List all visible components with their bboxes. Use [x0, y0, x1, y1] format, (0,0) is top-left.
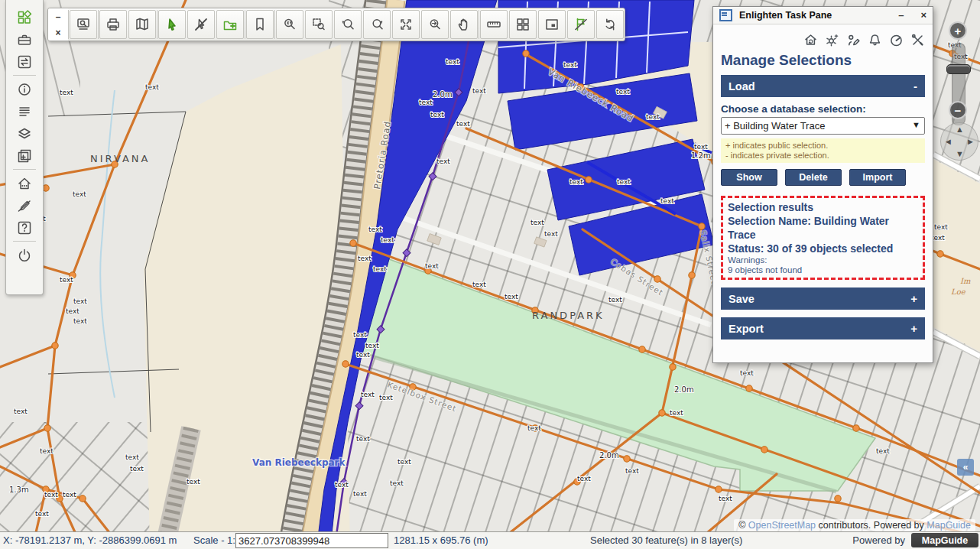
- print-button[interactable]: [99, 10, 127, 39]
- bookmark-button[interactable]: [246, 10, 274, 39]
- map-text-marker: text: [398, 458, 411, 466]
- clear-select-tool-button[interactable]: [187, 10, 215, 39]
- toolbar-collapse-cell: – ×: [48, 8, 68, 41]
- selection-results-box: Selection results Selection Name: Buildi…: [721, 196, 925, 280]
- map-text-marker: text: [544, 230, 558, 238]
- map-text-marker: text: [358, 255, 372, 262]
- pan-button[interactable]: [450, 10, 478, 39]
- map-text-marker: text: [335, 481, 349, 489]
- map-text-marker: text: [145, 83, 159, 91]
- sidebar-divider: [13, 169, 36, 170]
- refresh-button[interactable]: [596, 10, 624, 39]
- map-text-marker: text: [35, 510, 49, 518]
- map-text-marker: text: [740, 369, 754, 377]
- map-text-marker: text: [353, 331, 367, 339]
- pan-left-button[interactable]: ◄: [944, 138, 952, 145]
- task-pane-icon: [719, 9, 732, 21]
- pan-down-button[interactable]: ▼: [956, 150, 964, 158]
- overview-map-button[interactable]: [538, 10, 566, 39]
- export-section-header[interactable]: Export +: [721, 317, 925, 339]
- road-node: [43, 185, 49, 191]
- info-button[interactable]: [10, 78, 39, 100]
- home-button[interactable]: [10, 172, 39, 194]
- database-selection-select[interactable]: + Building Water Trace: [721, 117, 925, 135]
- road-node: [654, 276, 660, 282]
- map-text-marker: text: [353, 490, 367, 498]
- map-text-marker: text: [719, 495, 732, 502]
- zoom-extents-button[interactable]: [392, 10, 420, 39]
- label-measure-6: 1.3m: [9, 486, 29, 494]
- map-text-marker: text: [73, 190, 86, 198]
- clear-selection-button[interactable]: [567, 10, 595, 39]
- tools-icon[interactable]: [910, 33, 925, 47]
- map-text-marker: text: [60, 276, 73, 284]
- zoom-xy-button[interactable]: [276, 10, 303, 39]
- query-window-button[interactable]: [70, 10, 97, 39]
- maptip-button[interactable]: [128, 10, 156, 39]
- mapguide-link[interactable]: MapGuide: [926, 520, 971, 531]
- map-text-marker: text: [40, 447, 54, 455]
- annotate-icon[interactable]: [846, 33, 861, 47]
- results-warnings-label: Warnings:: [728, 255, 918, 265]
- map-text-marker: text: [425, 262, 439, 270]
- task-pane-close-button[interactable]: ×: [920, 8, 926, 22]
- zoom-in-button[interactable]: +: [949, 21, 967, 40]
- road-node: [716, 486, 722, 492]
- copyright-symbol: ©: [738, 520, 745, 531]
- zoom-next-button[interactable]: [363, 10, 391, 39]
- zoom-previous-button[interactable]: [334, 10, 362, 39]
- show-button[interactable]: Show: [721, 169, 777, 186]
- map-text-marker: text: [527, 424, 541, 432]
- zoom-window-button[interactable]: [305, 10, 333, 39]
- tile-grid-button[interactable]: [509, 10, 537, 39]
- dashboard-gauge-icon[interactable]: [889, 33, 904, 47]
- settings-gear-icon[interactable]: [825, 33, 839, 47]
- toolbox-button[interactable]: [10, 28, 39, 50]
- pan-right-button[interactable]: ►: [966, 138, 975, 145]
- notifications-bell-icon[interactable]: [868, 33, 882, 47]
- apps-button[interactable]: [10, 6, 39, 28]
- toolbar-collapse-button[interactable]: –: [56, 13, 61, 21]
- zoom-selection-button[interactable]: [421, 10, 449, 39]
- map-text-marker: text: [66, 307, 80, 315]
- road-node: [80, 495, 86, 502]
- add-map-button[interactable]: [10, 145, 39, 167]
- toolbar-close-button[interactable]: ×: [55, 29, 60, 37]
- left-sidebar: [5, 0, 44, 295]
- layers-button[interactable]: [10, 122, 39, 145]
- home-tasks-icon[interactable]: [803, 33, 818, 47]
- attribution-text: contributors. Powered by: [819, 520, 924, 531]
- help-button[interactable]: [10, 216, 39, 239]
- road-node: [937, 251, 943, 257]
- import-button[interactable]: Import: [849, 169, 906, 186]
- load-section-header[interactable]: Load -: [721, 75, 925, 97]
- selection-note: + indicates public selection. - indicate…: [721, 138, 925, 163]
- swap-arrows-button[interactable]: [10, 50, 39, 73]
- power-button[interactable]: [10, 244, 39, 266]
- panel-collapse-button[interactable]: «: [957, 459, 974, 476]
- application-window: texttexttexttexttexttexttexttexttexttext…: [0, 0, 980, 549]
- road-node: [670, 364, 676, 370]
- delete-button[interactable]: Delete: [785, 169, 842, 186]
- select-button[interactable]: [158, 10, 186, 39]
- redline-edit-button[interactable]: [10, 194, 39, 216]
- openstreetmap-link[interactable]: OpenStreetMap: [748, 520, 816, 531]
- map-text-marker: text: [390, 479, 404, 487]
- map-text-marker: text: [577, 475, 591, 482]
- map-text-marker: text: [531, 219, 544, 226]
- measure-button[interactable]: [480, 10, 508, 39]
- save-section-header[interactable]: Save +: [721, 287, 925, 310]
- task-pane-minimize-button[interactable]: –: [898, 8, 904, 22]
- zoom-out-button[interactable]: −: [949, 101, 967, 119]
- map-text-marker: text: [381, 236, 394, 244]
- pan-pad: ▲ ▼ ◄ ►: [940, 122, 978, 161]
- map-text-marker: text: [570, 178, 583, 186]
- map-text-marker: text: [14, 408, 28, 415]
- select-within-button[interactable]: [216, 10, 244, 39]
- pan-up-button[interactable]: ▲: [956, 125, 964, 133]
- label-van-riebeeckpark: Van Riebeeckpark: [252, 457, 346, 468]
- scale-input[interactable]: [235, 533, 388, 548]
- map-text-marker: text: [446, 58, 459, 66]
- legend-button[interactable]: [10, 100, 39, 122]
- zoom-slider-handle[interactable]: [946, 64, 971, 74]
